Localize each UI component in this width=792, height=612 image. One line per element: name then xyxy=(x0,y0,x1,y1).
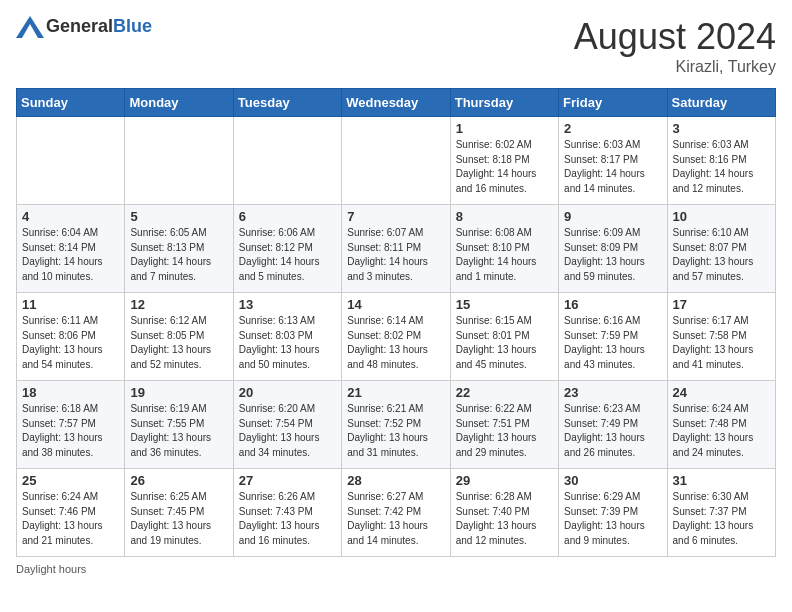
header: GeneralBlue August 2024 Kirazli, Turkey xyxy=(16,16,776,76)
calendar-cell: 5Sunrise: 6:05 AM Sunset: 8:13 PM Daylig… xyxy=(125,205,233,293)
day-info: Sunrise: 6:11 AM Sunset: 8:06 PM Dayligh… xyxy=(22,314,119,372)
day-info: Sunrise: 6:13 AM Sunset: 8:03 PM Dayligh… xyxy=(239,314,336,372)
calendar-week-4: 18Sunrise: 6:18 AM Sunset: 7:57 PM Dayli… xyxy=(17,381,776,469)
calendar-cell: 8Sunrise: 6:08 AM Sunset: 8:10 PM Daylig… xyxy=(450,205,558,293)
day-info: Sunrise: 6:12 AM Sunset: 8:05 PM Dayligh… xyxy=(130,314,227,372)
day-info: Sunrise: 6:30 AM Sunset: 7:37 PM Dayligh… xyxy=(673,490,770,548)
calendar-cell: 9Sunrise: 6:09 AM Sunset: 8:09 PM Daylig… xyxy=(559,205,667,293)
day-info: Sunrise: 6:28 AM Sunset: 7:40 PM Dayligh… xyxy=(456,490,553,548)
calendar-cell: 14Sunrise: 6:14 AM Sunset: 8:02 PM Dayli… xyxy=(342,293,450,381)
calendar-cell: 11Sunrise: 6:11 AM Sunset: 8:06 PM Dayli… xyxy=(17,293,125,381)
calendar-cell: 27Sunrise: 6:26 AM Sunset: 7:43 PM Dayli… xyxy=(233,469,341,557)
calendar-cell: 4Sunrise: 6:04 AM Sunset: 8:14 PM Daylig… xyxy=(17,205,125,293)
calendar-table: SundayMondayTuesdayWednesdayThursdayFrid… xyxy=(16,88,776,557)
calendar-cell xyxy=(342,117,450,205)
calendar-cell: 16Sunrise: 6:16 AM Sunset: 7:59 PM Dayli… xyxy=(559,293,667,381)
day-number: 18 xyxy=(22,385,119,400)
calendar-cell: 21Sunrise: 6:21 AM Sunset: 7:52 PM Dayli… xyxy=(342,381,450,469)
calendar-cell: 7Sunrise: 6:07 AM Sunset: 8:11 PM Daylig… xyxy=(342,205,450,293)
day-info: Sunrise: 6:25 AM Sunset: 7:45 PM Dayligh… xyxy=(130,490,227,548)
calendar-week-3: 11Sunrise: 6:11 AM Sunset: 8:06 PM Dayli… xyxy=(17,293,776,381)
location: Kirazli, Turkey xyxy=(574,58,776,76)
calendar-cell: 2Sunrise: 6:03 AM Sunset: 8:17 PM Daylig… xyxy=(559,117,667,205)
day-number: 2 xyxy=(564,121,661,136)
day-info: Sunrise: 6:08 AM Sunset: 8:10 PM Dayligh… xyxy=(456,226,553,284)
day-info: Sunrise: 6:22 AM Sunset: 7:51 PM Dayligh… xyxy=(456,402,553,460)
calendar-cell: 12Sunrise: 6:12 AM Sunset: 8:05 PM Dayli… xyxy=(125,293,233,381)
day-info: Sunrise: 6:18 AM Sunset: 7:57 PM Dayligh… xyxy=(22,402,119,460)
day-number: 7 xyxy=(347,209,444,224)
calendar-cell: 31Sunrise: 6:30 AM Sunset: 7:37 PM Dayli… xyxy=(667,469,775,557)
day-info: Sunrise: 6:07 AM Sunset: 8:11 PM Dayligh… xyxy=(347,226,444,284)
day-info: Sunrise: 6:05 AM Sunset: 8:13 PM Dayligh… xyxy=(130,226,227,284)
day-number: 6 xyxy=(239,209,336,224)
col-header-saturday: Saturday xyxy=(667,89,775,117)
day-number: 31 xyxy=(673,473,770,488)
day-info: Sunrise: 6:21 AM Sunset: 7:52 PM Dayligh… xyxy=(347,402,444,460)
day-number: 17 xyxy=(673,297,770,312)
calendar-cell: 15Sunrise: 6:15 AM Sunset: 8:01 PM Dayli… xyxy=(450,293,558,381)
day-number: 13 xyxy=(239,297,336,312)
col-header-friday: Friday xyxy=(559,89,667,117)
col-header-tuesday: Tuesday xyxy=(233,89,341,117)
day-number: 10 xyxy=(673,209,770,224)
calendar-cell: 20Sunrise: 6:20 AM Sunset: 7:54 PM Dayli… xyxy=(233,381,341,469)
col-header-wednesday: Wednesday xyxy=(342,89,450,117)
day-number: 19 xyxy=(130,385,227,400)
day-info: Sunrise: 6:03 AM Sunset: 8:17 PM Dayligh… xyxy=(564,138,661,196)
day-number: 1 xyxy=(456,121,553,136)
day-number: 5 xyxy=(130,209,227,224)
day-info: Sunrise: 6:16 AM Sunset: 7:59 PM Dayligh… xyxy=(564,314,661,372)
calendar-cell: 30Sunrise: 6:29 AM Sunset: 7:39 PM Dayli… xyxy=(559,469,667,557)
calendar-cell: 10Sunrise: 6:10 AM Sunset: 8:07 PM Dayli… xyxy=(667,205,775,293)
day-info: Sunrise: 6:23 AM Sunset: 7:49 PM Dayligh… xyxy=(564,402,661,460)
calendar-cell: 26Sunrise: 6:25 AM Sunset: 7:45 PM Dayli… xyxy=(125,469,233,557)
day-info: Sunrise: 6:24 AM Sunset: 7:46 PM Dayligh… xyxy=(22,490,119,548)
day-info: Sunrise: 6:19 AM Sunset: 7:55 PM Dayligh… xyxy=(130,402,227,460)
day-number: 21 xyxy=(347,385,444,400)
day-number: 23 xyxy=(564,385,661,400)
logo: GeneralBlue xyxy=(16,16,152,38)
day-number: 11 xyxy=(22,297,119,312)
calendar-cell: 1Sunrise: 6:02 AM Sunset: 8:18 PM Daylig… xyxy=(450,117,558,205)
title-area: August 2024 Kirazli, Turkey xyxy=(574,16,776,76)
calendar-week-5: 25Sunrise: 6:24 AM Sunset: 7:46 PM Dayli… xyxy=(17,469,776,557)
logo-blue: Blue xyxy=(113,16,152,36)
calendar-cell: 13Sunrise: 6:13 AM Sunset: 8:03 PM Dayli… xyxy=(233,293,341,381)
col-header-thursday: Thursday xyxy=(450,89,558,117)
calendar-cell: 3Sunrise: 6:03 AM Sunset: 8:16 PM Daylig… xyxy=(667,117,775,205)
calendar-cell: 28Sunrise: 6:27 AM Sunset: 7:42 PM Dayli… xyxy=(342,469,450,557)
day-info: Sunrise: 6:20 AM Sunset: 7:54 PM Dayligh… xyxy=(239,402,336,460)
day-number: 8 xyxy=(456,209,553,224)
calendar-cell: 24Sunrise: 6:24 AM Sunset: 7:48 PM Dayli… xyxy=(667,381,775,469)
calendar-cell: 25Sunrise: 6:24 AM Sunset: 7:46 PM Dayli… xyxy=(17,469,125,557)
day-number: 26 xyxy=(130,473,227,488)
calendar-week-1: 1Sunrise: 6:02 AM Sunset: 8:18 PM Daylig… xyxy=(17,117,776,205)
day-info: Sunrise: 6:02 AM Sunset: 8:18 PM Dayligh… xyxy=(456,138,553,196)
col-header-sunday: Sunday xyxy=(17,89,125,117)
day-info: Sunrise: 6:03 AM Sunset: 8:16 PM Dayligh… xyxy=(673,138,770,196)
month-year: August 2024 xyxy=(574,16,776,58)
calendar-cell: 6Sunrise: 6:06 AM Sunset: 8:12 PM Daylig… xyxy=(233,205,341,293)
calendar-week-2: 4Sunrise: 6:04 AM Sunset: 8:14 PM Daylig… xyxy=(17,205,776,293)
calendar-cell: 23Sunrise: 6:23 AM Sunset: 7:49 PM Dayli… xyxy=(559,381,667,469)
day-info: Sunrise: 6:17 AM Sunset: 7:58 PM Dayligh… xyxy=(673,314,770,372)
day-info: Sunrise: 6:04 AM Sunset: 8:14 PM Dayligh… xyxy=(22,226,119,284)
day-number: 15 xyxy=(456,297,553,312)
day-info: Sunrise: 6:26 AM Sunset: 7:43 PM Dayligh… xyxy=(239,490,336,548)
day-info: Sunrise: 6:14 AM Sunset: 8:02 PM Dayligh… xyxy=(347,314,444,372)
day-info: Sunrise: 6:09 AM Sunset: 8:09 PM Dayligh… xyxy=(564,226,661,284)
day-number: 16 xyxy=(564,297,661,312)
calendar-cell xyxy=(17,117,125,205)
calendar-cell: 18Sunrise: 6:18 AM Sunset: 7:57 PM Dayli… xyxy=(17,381,125,469)
day-number: 9 xyxy=(564,209,661,224)
day-number: 22 xyxy=(456,385,553,400)
day-info: Sunrise: 6:15 AM Sunset: 8:01 PM Dayligh… xyxy=(456,314,553,372)
day-number: 28 xyxy=(347,473,444,488)
day-info: Sunrise: 6:27 AM Sunset: 7:42 PM Dayligh… xyxy=(347,490,444,548)
day-number: 3 xyxy=(673,121,770,136)
calendar-cell: 22Sunrise: 6:22 AM Sunset: 7:51 PM Dayli… xyxy=(450,381,558,469)
calendar-header-row: SundayMondayTuesdayWednesdayThursdayFrid… xyxy=(17,89,776,117)
footer-note: Daylight hours xyxy=(16,563,776,575)
day-info: Sunrise: 6:06 AM Sunset: 8:12 PM Dayligh… xyxy=(239,226,336,284)
